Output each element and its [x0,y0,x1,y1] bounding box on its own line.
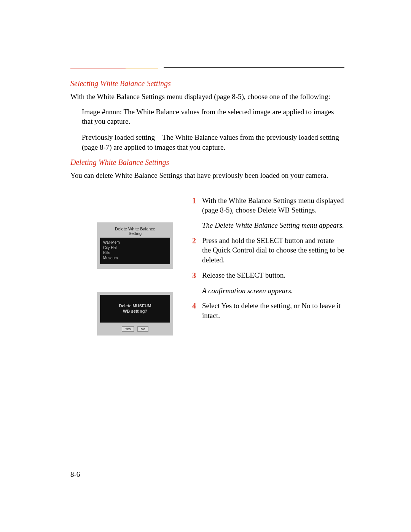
step-2: 2 Press and hold the SELECT button and r… [192,236,344,265]
step-number: 3 [192,270,200,281]
step-1: 1 With the White Balance Settings menu d… [192,196,344,215]
screenshot2-buttons: Yes No [100,323,170,332]
step-4: 4 Select Yes to delete the setting, or N… [192,301,344,320]
step-3: 3 Release the SELECT button. [192,270,344,281]
document-page: Selecting White Balance Settings With th… [0,0,411,532]
step-text: With the White Balance Settings menu dis… [200,196,344,215]
rule-yellow [126,69,158,69]
section-heading-selecting: Selecting White Balance Settings [70,79,344,88]
rule-black [164,67,344,68]
yes-button: Yes [122,326,134,332]
step-text: Select Yes to delete the setting, or No … [200,301,344,320]
page-number: 8-6 [70,470,80,479]
step-1-result: The Delete White Balance Setting menu ap… [202,220,344,230]
step-text: Press and hold the SELECT button and rot… [200,236,344,265]
step-number: 4 [192,301,200,320]
screenshot1-title-line2: Setting [100,231,170,236]
screenshot1-list: War-Mem City-Hall Bills Museum [100,238,170,264]
section-heading-deleting: Deleting White Balance Settings [70,158,344,167]
screenshot1-title: Delete White Balance Setting [100,225,170,238]
list-item: City-Hall [103,245,167,251]
section2-intro: You can delete White Balance Settings th… [70,171,344,181]
left-column: Delete White Balance Setting War-Mem Cit… [70,196,183,335]
bullet-2: Previously loaded setting—The White Bala… [82,133,344,152]
no-button: No [137,326,149,332]
right-column: 1 With the White Balance Settings menu d… [183,196,344,335]
two-column-layout: Delete White Balance Setting War-Mem Cit… [70,196,344,335]
step-3-result: A confirmation screen appears. [202,286,344,296]
screenshot1-title-line1: Delete White Balance [100,227,170,232]
step-number: 1 [192,196,200,215]
section1-intro: With the White Balance Settings menu dis… [70,92,344,102]
screenshot2-line2: WB setting? [102,308,169,314]
list-item: Bills [103,250,167,256]
screenshot-confirm: Delete MUSEUM WB setting? Yes No [97,292,173,335]
screenshot2-line1: Delete MUSEUM [102,303,169,308]
screenshot-delete-list: Delete White Balance Setting War-Mem Cit… [97,222,173,269]
list-item: War-Mem [103,240,167,245]
rule-red [70,69,126,69]
list-item: Museum [103,256,167,261]
section1-bullets: Image #nnnn: The White Balance values fr… [82,107,344,152]
step-text: Release the SELECT button. [200,270,344,281]
step-number: 2 [192,236,200,265]
bullet-1: Image #nnnn: The White Balance values fr… [82,107,344,126]
header-rules [70,69,344,71]
screenshot2-message: Delete MUSEUM WB setting? [100,295,170,323]
